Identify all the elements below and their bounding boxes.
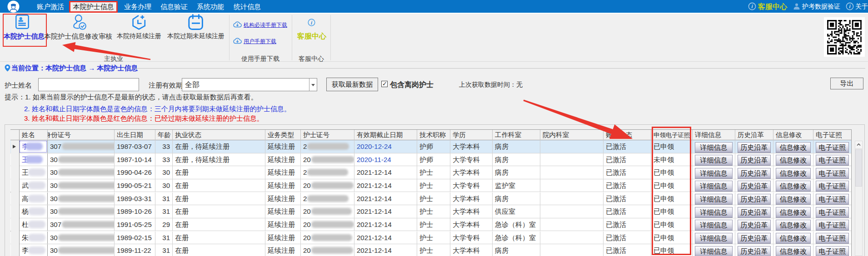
svg-text:i: i [849, 4, 851, 9]
svg-text:i: i [311, 20, 313, 25]
svg-text:i: i [751, 4, 753, 9]
